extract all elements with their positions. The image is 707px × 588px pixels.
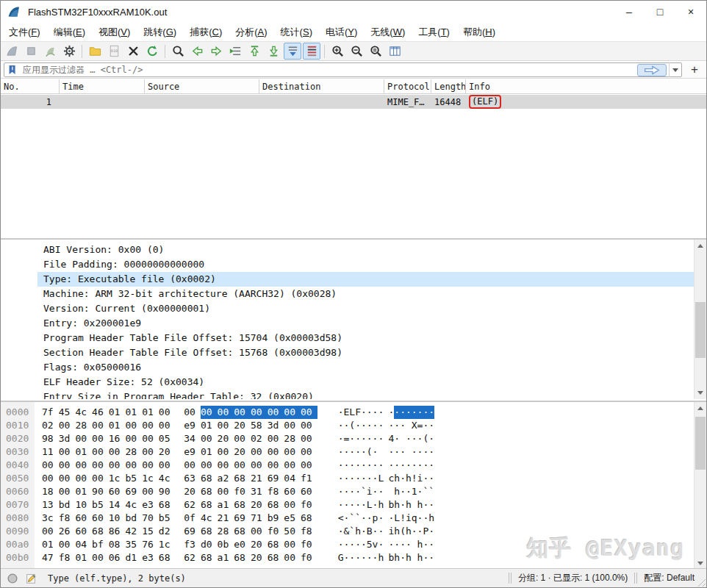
hex-byte[interactable]: 00 bbox=[92, 459, 109, 472]
ascii-char[interactable]: · bbox=[344, 498, 350, 512]
ascii-char[interactable]: h bbox=[406, 551, 412, 564]
hex-byte[interactable]: 28 bbox=[75, 419, 92, 432]
ascii-char[interactable]: · bbox=[428, 538, 434, 551]
ascii-char[interactable]: · bbox=[367, 551, 373, 564]
hex-byte[interactable]: f0 bbox=[301, 551, 317, 564]
hex-byte[interactable]: 00 bbox=[284, 498, 301, 512]
hex-byte[interactable]: 00 bbox=[75, 472, 92, 485]
hex-byte[interactable]: 00 bbox=[184, 459, 201, 472]
ascii-char[interactable]: c bbox=[389, 472, 395, 485]
hex-byte[interactable]: 68 bbox=[234, 551, 251, 564]
maximize-button[interactable]: □ bbox=[645, 1, 675, 23]
hex-byte[interactable]: 00 bbox=[125, 432, 142, 445]
hex-byte[interactable]: 00 bbox=[42, 525, 59, 538]
ascii-char[interactable]: · bbox=[428, 419, 434, 432]
detail-line[interactable]: ABI Version: 0x00 (0) bbox=[1, 243, 706, 257]
ascii-char[interactable]: h bbox=[394, 472, 400, 485]
ascii-char[interactable]: · bbox=[344, 445, 350, 459]
ascii-char[interactable]: h bbox=[355, 525, 361, 538]
ascii-char[interactable]: · bbox=[406, 538, 412, 551]
ascii-char[interactable]: b bbox=[389, 551, 395, 564]
hex-byte[interactable]: 00 bbox=[201, 406, 218, 419]
ascii-char[interactable]: · bbox=[344, 419, 350, 432]
ascii-char[interactable]: · bbox=[378, 419, 388, 432]
ascii-char[interactable]: = bbox=[344, 432, 350, 445]
hex-byte[interactable]: 00 bbox=[268, 406, 284, 419]
ascii-char[interactable]: · bbox=[417, 406, 423, 419]
hex-byte[interactable]: 50 bbox=[284, 525, 301, 538]
ascii-char[interactable]: · bbox=[428, 525, 434, 538]
ascii-char[interactable]: ( bbox=[349, 419, 355, 432]
hex-byte[interactable]: 68 bbox=[268, 498, 284, 512]
hex-row[interactable]: 0020983d0000160000053400200002002800·=··… bbox=[1, 432, 706, 445]
hex-byte[interactable]: 46 bbox=[92, 406, 109, 419]
capture-comment-icon[interactable] bbox=[24, 572, 37, 585]
ascii-char[interactable]: · bbox=[428, 472, 434, 485]
packet-row[interactable]: 1MIME_F…16448(ELF) bbox=[1, 95, 706, 109]
ascii-char[interactable]: h bbox=[428, 512, 434, 525]
ascii-char[interactable]: · bbox=[428, 445, 434, 459]
reload-button[interactable] bbox=[143, 43, 161, 60]
hex-byte[interactable]: 11 bbox=[42, 445, 59, 459]
hex-byte[interactable]: 16 bbox=[109, 432, 126, 445]
ascii-char[interactable]: · bbox=[338, 538, 344, 551]
hex-byte[interactable]: 68 bbox=[201, 472, 218, 485]
hex-byte[interactable]: 08 bbox=[109, 538, 126, 551]
go-last-button[interactable] bbox=[265, 43, 282, 60]
detail-line[interactable]: Entry: 0x200001e9 bbox=[1, 316, 706, 331]
ascii-char[interactable]: · bbox=[349, 538, 355, 551]
hex-byte[interactable]: 18 bbox=[42, 485, 59, 498]
ascii-char[interactable]: · bbox=[389, 512, 395, 525]
hex-byte[interactable]: 00 bbox=[92, 432, 109, 445]
hex-byte[interactable]: 00 bbox=[234, 406, 251, 419]
hex-byte[interactable]: 01 bbox=[109, 406, 126, 419]
hex-byte[interactable]: 00 bbox=[142, 419, 159, 432]
ascii-char[interactable]: · bbox=[349, 459, 355, 472]
hex-byte[interactable]: 76 bbox=[142, 538, 159, 551]
ascii-char[interactable]: · bbox=[338, 525, 344, 538]
hex-byte[interactable]: 01 bbox=[42, 538, 59, 551]
ascii-char[interactable]: · bbox=[389, 419, 395, 432]
ascii-char[interactable]: · bbox=[417, 512, 423, 525]
hex-byte[interactable]: 00 bbox=[42, 472, 59, 485]
hex-byte[interactable]: f0 bbox=[301, 538, 317, 551]
hex-byte[interactable]: 05 bbox=[159, 432, 184, 445]
ascii-char[interactable]: · bbox=[355, 459, 361, 472]
ascii-char[interactable]: h bbox=[394, 485, 400, 498]
hex-byte[interactable]: e3 bbox=[142, 551, 159, 564]
hex-byte[interactable]: f1 bbox=[301, 472, 317, 485]
hex-byte[interactable]: 69 bbox=[234, 512, 251, 525]
ascii-char[interactable]: · bbox=[423, 512, 428, 525]
ascii-char[interactable]: · bbox=[373, 485, 378, 498]
ascii-char[interactable]: · bbox=[344, 538, 350, 551]
hex-byte[interactable]: 3c bbox=[42, 512, 59, 525]
ascii-char[interactable]: · bbox=[423, 498, 428, 512]
ascii-char[interactable]: P bbox=[423, 525, 428, 538]
ascii-char[interactable]: B bbox=[367, 525, 373, 538]
capture-start-button[interactable] bbox=[3, 43, 21, 60]
hex-byte[interactable]: 90 bbox=[159, 485, 184, 498]
ascii-char[interactable]: · bbox=[400, 485, 406, 498]
hex-byte[interactable]: 00 bbox=[159, 406, 184, 419]
hex-byte[interactable]: 00 bbox=[201, 459, 218, 472]
ascii-char[interactable]: · bbox=[338, 485, 344, 498]
ascii-char[interactable]: · bbox=[417, 525, 423, 538]
ascii-char[interactable]: 5 bbox=[367, 538, 373, 551]
hex-row[interactable]: 00601800019060690090206800f031f86060····… bbox=[1, 485, 706, 498]
hex-byte[interactable]: 01 bbox=[75, 485, 92, 498]
ascii-char[interactable]: · bbox=[373, 498, 378, 512]
hex-byte[interactable]: 60 bbox=[109, 485, 126, 498]
hex-byte[interactable]: 4c bbox=[125, 498, 142, 512]
hex-byte[interactable]: 47 bbox=[42, 551, 59, 564]
hex-byte[interactable]: 45 bbox=[59, 406, 76, 419]
scroll-up-icon[interactable] bbox=[695, 402, 706, 415]
hex-byte[interactable]: 06 bbox=[109, 551, 126, 564]
menu-item[interactable]: 无线(W) bbox=[364, 24, 412, 41]
hex-byte[interactable]: 00 bbox=[92, 445, 109, 459]
ascii-char[interactable] bbox=[389, 485, 395, 498]
hex-byte[interactable]: bd bbox=[125, 512, 142, 525]
hex-byte[interactable]: 00 bbox=[301, 432, 317, 445]
ascii-char[interactable]: ` bbox=[349, 525, 355, 538]
hex-byte[interactable]: 15 bbox=[142, 525, 159, 538]
menu-item[interactable]: 工具(T) bbox=[412, 24, 456, 41]
